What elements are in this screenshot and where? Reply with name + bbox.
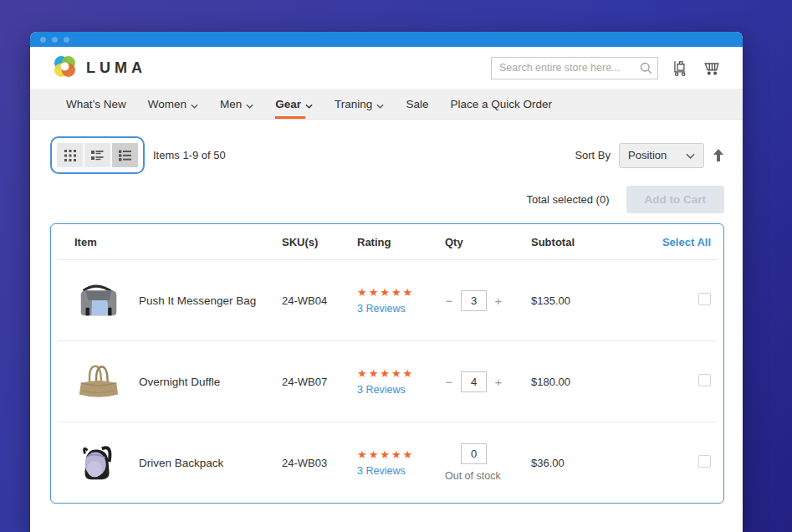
product-name[interactable]: Push It Messenger Bag [139,294,282,307]
product-name[interactable]: Driven Backpack [139,457,282,469]
nav-label: Traning [335,98,372,110]
total-selected-label: Total selected (0) [527,193,610,206]
nav-label: Gear [275,98,301,110]
product-name[interactable]: Overnight Duffle [139,376,282,388]
nav-item-quick-order[interactable]: Place a Quick Order [439,89,563,119]
star-rating: ★★★★★ [357,367,445,380]
list-view-icon [91,150,104,161]
subtotal-value: $135.00 [531,294,648,307]
list-view-button[interactable] [84,143,110,167]
product-sku: 24-WB04 [282,294,357,307]
row-checkbox[interactable] [698,374,711,386]
search-icon[interactable] [639,61,653,79]
nav-label: Place a Quick Order [450,98,552,110]
window-control-dot[interactable] [64,37,69,43]
nav-item-women[interactable]: Women [137,89,209,119]
add-to-cart-button[interactable]: Add to Cart [626,186,725,213]
view-mode-switcher [50,136,145,174]
nav-label: Men [220,98,242,110]
nav-item-traning[interactable]: Traning [324,89,395,119]
detailed-list-view-icon [119,150,131,161]
browser-window: LUMA [30,32,743,532]
items-count: Items 1-9 of 50 [153,149,226,161]
chevron-down-icon [191,99,198,111]
table-header-row: Item SKU(s) Rating Qty Subtotal Select A… [51,224,723,259]
subtotal-value: $180.00 [531,376,648,388]
table-row: Push It Messenger Bag 24-WB04 ★★★★★ 3 Re… [58,259,717,340]
qty-increase-button[interactable]: + [494,375,503,389]
nav-item-sale[interactable]: Sale [395,89,439,119]
star-rating: ★★★★★ [357,448,445,461]
search-input[interactable] [491,57,658,79]
quick-order-icon[interactable] [672,59,689,78]
subtotal-value: $36.00 [531,457,648,469]
qty-stepper: − + [445,371,503,392]
detailed-list-view-button[interactable] [112,143,138,167]
nav-label: Sale [406,98,428,110]
nav-item-whats-new[interactable]: What’s New [55,89,137,119]
main-nav: What’s New Women Men Gear Traning Sale P… [30,89,743,120]
qty-stepper: − + [445,290,503,311]
reviews-link[interactable]: 3 Reviews [357,384,406,396]
arrow-up-icon [713,149,724,161]
qty-input[interactable] [461,290,487,311]
qty-decrease-button[interactable]: − [445,375,453,389]
table-row: Overnight Duffle 24-WB07 ★★★★★ 3 Reviews… [58,340,717,422]
product-image-messenger-bag[interactable] [74,279,139,321]
product-image-duffle[interactable] [74,361,139,402]
column-header-qty: Qty [445,236,531,248]
luma-logo[interactable]: LUMA [52,54,146,83]
reviews-link[interactable]: 3 Reviews [357,465,406,477]
product-table: Item SKU(s) Rating Qty Subtotal Select A… [50,223,724,504]
table-row: Driven Backpack 24-WB03 ★★★★★ 3 Reviews … [58,422,717,503]
grid-view-icon [64,150,76,161]
list-toolbar: Items 1-9 of 50 Sort By Position [50,136,724,174]
nav-label: Women [148,98,187,110]
qty-decrease-button[interactable]: − [445,294,453,308]
window-control-dot[interactable] [52,37,58,43]
window-titlebar [30,32,743,47]
chevron-down-icon [305,99,313,111]
column-header-item: Item [74,236,282,248]
grid-view-button[interactable] [57,143,83,167]
qty-input[interactable] [461,371,487,392]
cart-icon[interactable] [703,59,721,77]
stock-status-label: Out of stock [445,470,501,482]
qty-increase-button[interactable]: + [494,294,503,308]
store-header: LUMA [30,47,743,89]
product-image-backpack[interactable] [74,442,139,483]
nav-item-men[interactable]: Men [209,89,264,119]
qty-stepper: − + [445,443,503,464]
reviews-link[interactable]: 3 Reviews [357,303,406,315]
column-header-subtotal: Subtotal [531,236,648,248]
product-sku: 24-WB07 [282,376,357,388]
select-all-link[interactable]: Select All [662,236,711,248]
row-checkbox[interactable] [698,455,711,468]
column-header-rating: Rating [357,236,445,248]
nav-label: What’s New [66,98,126,110]
qty-input[interactable] [461,443,487,464]
product-sku: 24-WB03 [282,457,357,469]
chevron-down-icon [376,99,384,111]
sort-selected-value: Position [628,149,667,161]
selection-bar: Total selected (0) Add to Cart [50,186,724,213]
row-checkbox[interactable] [698,293,711,305]
nav-item-gear[interactable]: Gear [264,89,324,119]
star-rating: ★★★★★ [357,286,445,299]
sort-direction-button[interactable] [713,149,724,161]
chevron-down-icon [686,149,695,161]
logo-text: LUMA [86,59,146,77]
sort-by-label: Sort By [575,149,611,161]
search-box [491,57,658,79]
chevron-down-icon [246,99,253,111]
sort-by-select[interactable]: Position [619,143,704,168]
column-header-sku: SKU(s) [282,236,357,248]
luma-logo-icon [52,54,78,83]
window-control-dot[interactable] [40,37,46,43]
